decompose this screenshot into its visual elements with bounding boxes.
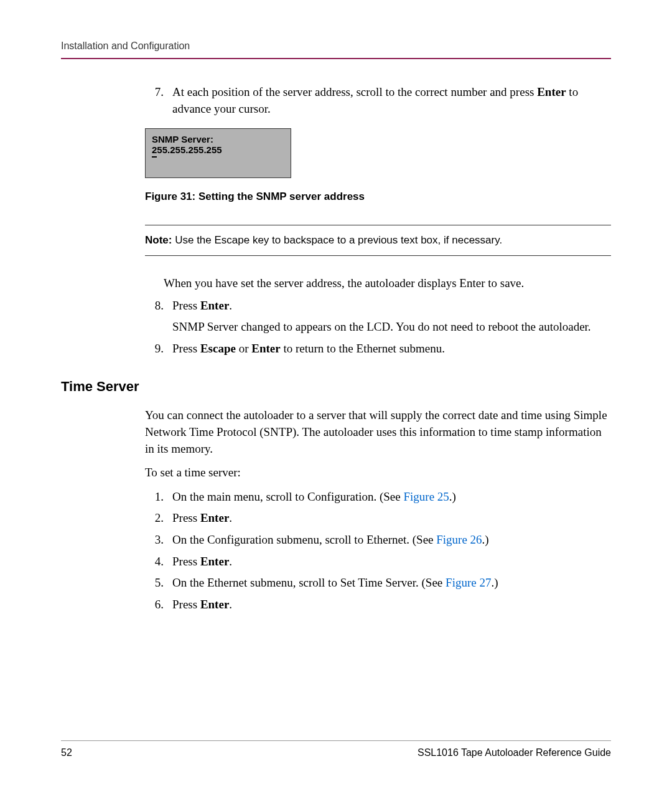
lcd-ip-value: 255.255.255.255 [152, 144, 222, 155]
cross-reference-link[interactable]: Figure 26 [436, 533, 482, 546]
list-text: Press Enter. [172, 510, 611, 527]
lcd-line1: SNMP Server: [152, 134, 284, 144]
list-number: 3. [145, 532, 172, 549]
text-bold: Enter [200, 555, 229, 568]
list-number: 1. [145, 489, 172, 506]
list-number: 9. [145, 341, 172, 357]
list-number: 7. [145, 84, 172, 117]
text: . [229, 299, 232, 312]
list-text: Press Enter. [172, 554, 611, 570]
text: On the Configuration submenu, scroll to … [172, 533, 436, 546]
text: On the main menu, scroll to Configuratio… [172, 490, 403, 503]
text: . [229, 598, 232, 611]
list-text: At each position of the server address, … [172, 84, 611, 117]
list-text: On the Ethernet submenu, scroll to Set T… [172, 575, 611, 592]
list-item: 1.On the main menu, scroll to Configurat… [145, 489, 611, 506]
text: On the Ethernet submenu, scroll to Set T… [172, 576, 446, 589]
list-number: 8. [145, 298, 172, 336]
page-number: 52 [61, 747, 72, 758]
list-text: Press Enter. SNMP Server changed to appe… [172, 298, 611, 336]
text: .) [449, 490, 456, 503]
text: Press [172, 511, 200, 524]
list-item: 4.Press Enter. [145, 554, 611, 570]
text: . [229, 555, 232, 568]
lcd-line2: 255.255.255.255 [152, 144, 284, 155]
text: to return to the Ethernet submenu. [281, 342, 445, 355]
text-bold: Escape [200, 342, 236, 355]
cross-reference-link[interactable]: Figure 25 [403, 490, 449, 503]
list-number: 6. [145, 597, 172, 613]
list-number: 5. [145, 575, 172, 592]
paragraph: You can connect the autoloader to a serv… [145, 407, 611, 457]
text: or [236, 342, 251, 355]
text: .) [482, 533, 489, 546]
list-text: On the Configuration submenu, scroll to … [172, 532, 611, 549]
cursor-indicator [152, 156, 157, 158]
doc-title: SSL1016 Tape Autoloader Reference Guide [418, 747, 611, 758]
text: At each position of the server address, … [172, 85, 537, 98]
text-bold: Enter [200, 511, 229, 524]
list-item: 2.Press Enter. [145, 510, 611, 527]
list-item: 8. Press Enter. SNMP Server changed to a… [145, 298, 611, 336]
list-text: Press Escape or Enter to return to the E… [172, 341, 611, 357]
list-item: 3.On the Configuration submenu, scroll t… [145, 532, 611, 549]
note-label: Note: [145, 234, 172, 246]
text: Press [172, 555, 200, 568]
cross-reference-link[interactable]: Figure 27 [446, 576, 491, 589]
text-bold: Enter [537, 85, 566, 98]
list-item: 7. At each position of the server addres… [145, 84, 611, 117]
section-heading: Time Server [61, 379, 611, 395]
footer: 52 SSL1016 Tape Autoloader Reference Gui… [61, 740, 611, 758]
list-item: 9. Press Escape or Enter to return to th… [145, 341, 611, 357]
list-number: 4. [145, 554, 172, 570]
list-number: 2. [145, 510, 172, 527]
paragraph: When you have set the server address, th… [164, 275, 611, 293]
text: Press [172, 342, 200, 355]
lcd-display: SNMP Server: 255.255.255.255 [145, 128, 291, 178]
list-text: Press Enter. [172, 597, 611, 613]
text-bold: Enter [200, 299, 229, 312]
running-header: Installation and Configuration [61, 40, 611, 59]
paragraph: To set a time server: [145, 465, 611, 481]
text: .) [491, 576, 498, 589]
text: Press [172, 299, 200, 312]
figure-caption: Figure 31: Setting the SNMP server addre… [145, 191, 611, 203]
text-bold: Enter [251, 342, 280, 355]
list-item: 5.On the Ethernet submenu, scroll to Set… [145, 575, 611, 592]
text: Press [172, 598, 200, 611]
note-box: Note: Use the Escape key to backspace to… [145, 225, 611, 256]
continuation: SNMP Server changed to appears on the LC… [172, 319, 611, 336]
text-bold: Enter [200, 598, 229, 611]
text: . [229, 511, 232, 524]
list-text: On the main menu, scroll to Configuratio… [172, 489, 611, 506]
note-text: Use the Escape key to backspace to a pre… [172, 234, 502, 246]
list-item: 6.Press Enter. [145, 597, 611, 613]
